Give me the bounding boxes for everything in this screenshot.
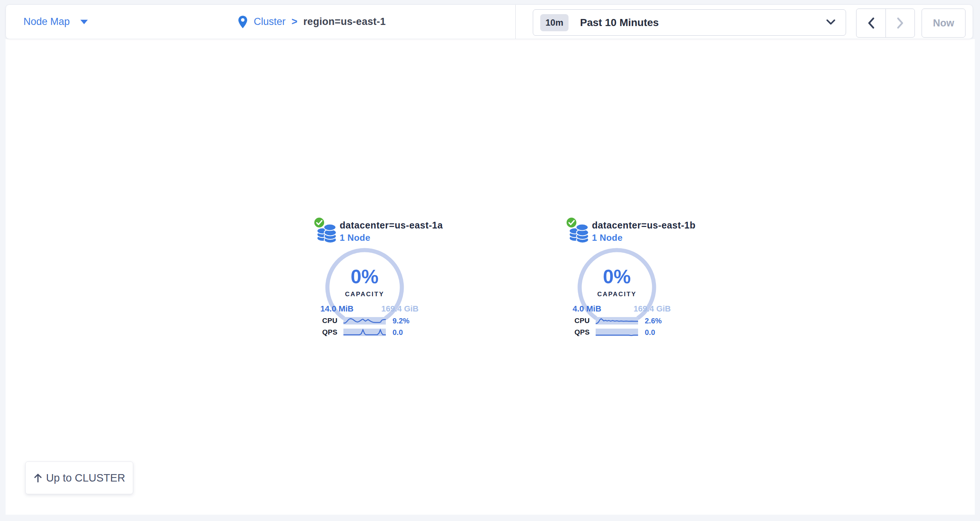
location-pin-icon bbox=[238, 15, 248, 29]
node-map-page: datacenter=us-east-1a 1 Node 0% CAPACITY… bbox=[0, 0, 980, 521]
healthy-check-icon bbox=[565, 216, 578, 229]
node-title: datacenter=us-east-1a bbox=[340, 220, 443, 231]
cpu-sparkline bbox=[344, 317, 386, 325]
capacity-used: 4.0 MiB bbox=[573, 304, 601, 314]
qps-sparkline bbox=[344, 328, 386, 336]
cpu-row: CPU 2.6% bbox=[566, 317, 671, 325]
time-window-badge: 10m bbox=[540, 14, 568, 31]
time-nav-group bbox=[856, 8, 915, 38]
node-count: 1 Node bbox=[340, 233, 370, 243]
breadcrumb-separator: > bbox=[292, 16, 298, 27]
qps-label: QPS bbox=[314, 328, 337, 336]
up-to-cluster-label: Up to CLUSTER bbox=[46, 472, 126, 484]
chevron-right-icon bbox=[897, 18, 904, 29]
cpu-label: CPU bbox=[314, 317, 337, 325]
qps-sparkline bbox=[596, 328, 638, 336]
up-to-cluster-button[interactable]: Up to CLUSTER bbox=[25, 462, 133, 494]
now-button-label: Now bbox=[933, 18, 955, 29]
qps-row: QPS 0.0 bbox=[566, 328, 671, 336]
qps-label: QPS bbox=[566, 328, 590, 336]
time-window-dropdown[interactable]: 10m Past 10 Minutes bbox=[533, 9, 846, 36]
view-selector-label: Node Map bbox=[24, 16, 70, 27]
node-title: datacenter=us-east-1b bbox=[592, 220, 696, 231]
breadcrumb-current: region=us-east-1 bbox=[303, 16, 386, 27]
node-count: 1 Node bbox=[592, 233, 622, 243]
cpu-value: 2.6% bbox=[645, 317, 662, 325]
caret-down-icon bbox=[80, 20, 88, 24]
cpu-sparkline bbox=[596, 317, 638, 325]
cpu-value: 9.2% bbox=[393, 317, 410, 325]
breadcrumb: Cluster > region=us-east-1 bbox=[238, 5, 386, 39]
datacenter-node-us-east-1a[interactable]: datacenter=us-east-1a 1 Node 0% CAPACITY… bbox=[314, 218, 418, 341]
qps-value: 0.0 bbox=[645, 328, 655, 336]
qps-value: 0.0 bbox=[393, 328, 403, 336]
capacity-total: 169.4 GiB bbox=[634, 304, 671, 314]
capacity-total: 169.4 GiB bbox=[381, 304, 418, 314]
now-button[interactable]: Now bbox=[921, 8, 966, 38]
chevron-down-icon bbox=[826, 19, 835, 26]
chevron-left-icon bbox=[868, 18, 874, 29]
arrow-up-icon bbox=[33, 473, 42, 483]
datacenter-node-us-east-1b[interactable]: datacenter=us-east-1b 1 Node 0% CAPACITY… bbox=[566, 218, 671, 341]
header-bar: Node Map Cluster > region=us-east-1 10m … bbox=[6, 5, 973, 39]
capacity-used: 14.0 MiB bbox=[320, 304, 353, 314]
map-canvas bbox=[6, 39, 975, 515]
healthy-check-icon bbox=[313, 216, 326, 229]
capacity-percent: 0% bbox=[566, 265, 667, 288]
time-back-button[interactable] bbox=[856, 9, 886, 37]
breadcrumb-cluster-link[interactable]: Cluster bbox=[254, 16, 286, 27]
cpu-label: CPU bbox=[566, 317, 590, 325]
time-forward-button[interactable] bbox=[886, 9, 915, 37]
capacity-percent: 0% bbox=[314, 265, 415, 288]
capacity-caption: CAPACITY bbox=[566, 291, 667, 298]
qps-row: QPS 0.0 bbox=[314, 328, 418, 336]
view-selector-dropdown[interactable]: Node Map bbox=[24, 5, 88, 39]
cpu-row: CPU 9.2% bbox=[314, 317, 418, 325]
time-window-label: Past 10 Minutes bbox=[580, 17, 659, 29]
capacity-caption: CAPACITY bbox=[314, 291, 415, 298]
